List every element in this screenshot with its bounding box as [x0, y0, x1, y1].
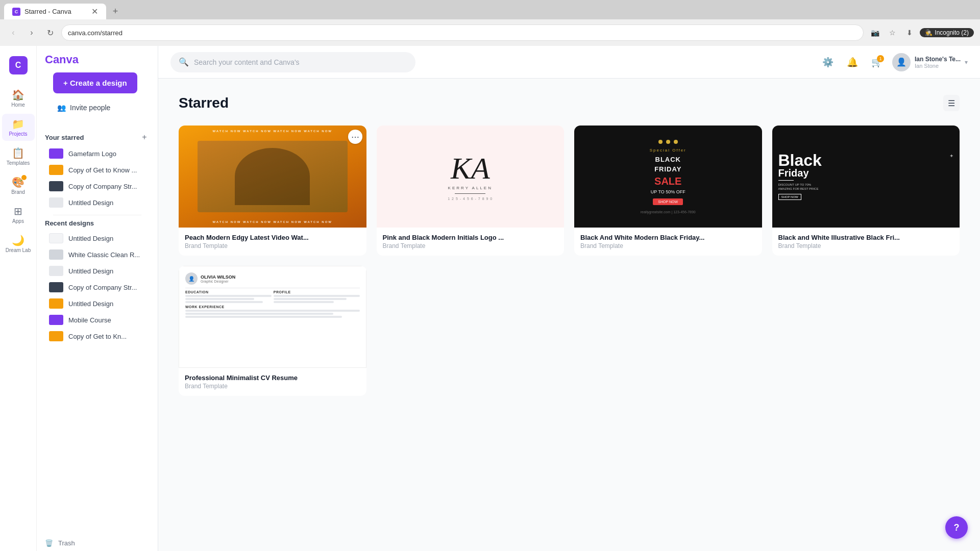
resume-profile: PROFILE	[274, 290, 360, 303]
bw-left: Black Friday DISCOUNT UP TO 70%AMAZING F…	[778, 153, 946, 201]
tab-close-button[interactable]: ✕	[91, 7, 98, 16]
blackfriday-thumbnail-image: Special Offer BLACK FRIDAY SALE UP TO 50…	[574, 126, 762, 228]
contact-text: reallygreatsite.com | 123-456-7890	[641, 210, 696, 214]
settings-button[interactable]: ⚙️	[819, 53, 837, 71]
canva-logo-icon: C	[9, 56, 28, 74]
address-bar[interactable]: canva.com/starred	[61, 24, 864, 41]
watch-now-top-text: WATCH NOW WATCH NOW WATCH NOW WATCH NOW	[179, 130, 366, 133]
sidebar-item-dreamlab[interactable]: 🌙 Dream Lab	[2, 230, 35, 257]
shop-now-button[interactable]: SHOP NOW	[653, 198, 683, 205]
recent-thumb-7	[49, 331, 63, 341]
gold-decor-3	[674, 140, 678, 144]
dreamlab-label: Dream Lab	[6, 247, 31, 253]
card-thumbnail-blackwhite: Black Friday DISCOUNT UP TO 70%AMAZING F…	[772, 126, 960, 228]
notifications-button[interactable]: 🔔	[843, 53, 862, 71]
recent-item-5[interactable]: Untitled Design	[45, 295, 150, 312]
exp-line-2	[185, 313, 333, 315]
resume-sections: EDUCATION PROFILE	[185, 290, 360, 303]
dreamlab-icon: 🌙	[12, 234, 24, 246]
brand-label: Brand	[11, 189, 25, 195]
black-text: BLACK	[655, 156, 681, 163]
peach-thumbnail-image: WATCH NOW WATCH NOW WATCH NOW WATCH NOW …	[179, 126, 366, 228]
monogram-divider	[455, 193, 485, 194]
bw-shopnow-btn[interactable]: SHOP NOW	[778, 194, 801, 200]
starred-item-company[interactable]: Copy of Company Str...	[45, 178, 150, 194]
design-card-blackfriday[interactable]: Special Offer BLACK FRIDAY SALE UP TO 50…	[574, 126, 762, 256]
incognito-icon: 🕵	[925, 29, 933, 36]
recent-item-2[interactable]: White Classic Clean R...	[45, 246, 150, 263]
back-button[interactable]: ‹	[6, 26, 20, 40]
download-icon[interactable]: ⬇	[902, 26, 917, 40]
card-title-blackwhite: Black and White Illustrative Black Fri..…	[778, 234, 954, 241]
discount-text: UP TO 50% OFF	[651, 189, 685, 194]
invite-icon: 👥	[57, 104, 66, 112]
projects-icon: 📁	[12, 118, 24, 130]
recent-label-2: White Classic Clean R...	[68, 251, 140, 259]
design-card-blackwhite[interactable]: Black Friday DISCOUNT UP TO 70%AMAZING F…	[772, 126, 960, 256]
add-starred-button[interactable]: +	[139, 132, 150, 142]
edu-line-2	[185, 298, 254, 300]
gettoknow-label: Copy of Get to Know ...	[68, 166, 137, 174]
person-area	[198, 141, 348, 212]
resume-content: 👤 OLIVIA WILSON Graphic Designer	[185, 272, 360, 361]
sidebar-item-apps[interactable]: ⊞ Apps	[2, 201, 35, 228]
sidebar-item-home[interactable]: 🏠 Home	[2, 85, 35, 112]
sidebar-scrollable: Your starred + Gamefarm Logo Copy of Get…	[37, 128, 158, 535]
design-card-pink[interactable]: KA KERRY ALLEN 1 2 5 - 4 5 6 - 7 8 9 0 P…	[377, 126, 565, 256]
sidebar-item-projects[interactable]: 📁 Projects	[2, 114, 35, 141]
recent-item-3[interactable]: Untitled Design	[45, 263, 150, 279]
design-card-peach[interactable]: WATCH NOW WATCH NOW WATCH NOW WATCH NOW …	[179, 126, 366, 256]
recent-thumb-4	[49, 282, 63, 292]
card-thumbnail-blackfriday: Special Offer BLACK FRIDAY SALE UP TO 50…	[574, 126, 762, 228]
trash-item[interactable]: 🗑️ Trash	[37, 535, 158, 551]
browser-navigation: ‹ › ↻ canva.com/starred 📷 ☆ ⬇ 🕵 Incognit…	[0, 19, 980, 46]
friday-text: FRIDAY	[654, 165, 681, 173]
star-icon[interactable]: ☆	[885, 26, 899, 40]
monogram-name: KERRY ALLEN	[448, 186, 493, 190]
edu-line-1	[185, 295, 272, 297]
app-container: C 🏠 Home 📁 Projects 📋 Templates 🎨 Brand	[0, 46, 980, 551]
starred-item-gamefarm[interactable]: Gamefarm Logo	[45, 145, 150, 162]
gold-decorations	[657, 140, 679, 144]
user-profile[interactable]: 👤 Ian Stone's Te... Ian Stone ▾	[892, 53, 968, 71]
list-view-button[interactable]: ☰	[943, 95, 960, 111]
canva-logo-text: Canva	[45, 53, 150, 66]
card-thumbnail-pink: KA KERRY ALLEN 1 2 5 - 4 5 6 - 7 8 9 0	[377, 126, 565, 228]
invite-people-button[interactable]: 👥 Invite people	[53, 99, 114, 116]
help-button[interactable]: ?	[945, 516, 968, 539]
sidebar-item-templates[interactable]: 📋 Templates	[2, 143, 35, 170]
search-bar[interactable]: 🔍 Search your content and Canva's	[170, 52, 415, 72]
home-label: Home	[11, 102, 25, 108]
cart-button[interactable]: 🛒 1	[868, 53, 886, 71]
active-tab[interactable]: C Starred - Canva ✕	[4, 4, 106, 19]
refresh-button[interactable]: ↻	[43, 26, 57, 40]
sidebar-item-brand[interactable]: 🎨 Brand	[2, 172, 35, 199]
recent-item-7[interactable]: Copy of Get to Kn...	[45, 328, 150, 344]
new-tab-button[interactable]: +	[108, 4, 122, 18]
card-info-pink: Pink and Black Modern Initials Logo ... …	[377, 228, 565, 256]
create-design-button[interactable]: + Create a design	[53, 72, 137, 93]
recent-item-4[interactable]: Copy of Company Str...	[45, 279, 150, 295]
profile-line-2	[274, 298, 347, 300]
starred-item-untitled[interactable]: Untitled Design	[45, 194, 150, 211]
top-actions: ⚙️ 🔔 🛒 1 👤 Ian Stone's Te... Ian Stone ▾	[819, 53, 968, 71]
invite-label: Invite people	[70, 104, 110, 112]
camera-icon[interactable]: 📷	[868, 26, 882, 40]
user-display-name: Ian Stone's Te...	[915, 56, 961, 63]
friday-big-text: Friday	[778, 168, 946, 178]
forward-button[interactable]: ›	[24, 26, 39, 40]
tab-favicon: C	[12, 8, 20, 16]
silhouette-shape	[235, 148, 310, 205]
recent-item-1[interactable]: Untitled Design	[45, 230, 150, 246]
monogram-text: KA KERRY ALLEN 1 2 5 - 4 5 6 - 7 8 9 0	[448, 153, 493, 201]
card-more-button-peach[interactable]: ⋯	[348, 130, 362, 144]
bw-divider	[778, 180, 794, 181]
design-card-resume[interactable]: 👤 OLIVIA WILSON Graphic Designer	[179, 266, 366, 396]
starred-item-gettoknow[interactable]: Copy of Get to Know ...	[45, 162, 150, 178]
incognito-button[interactable]: 🕵 Incognito (2)	[920, 28, 974, 37]
recent-item-6[interactable]: Mobile Course	[45, 312, 150, 328]
templates-label: Templates	[7, 160, 30, 166]
page-title: Starred	[179, 95, 229, 111]
home-icon: 🏠	[12, 89, 24, 101]
company-label: Copy of Company Str...	[68, 183, 137, 190]
